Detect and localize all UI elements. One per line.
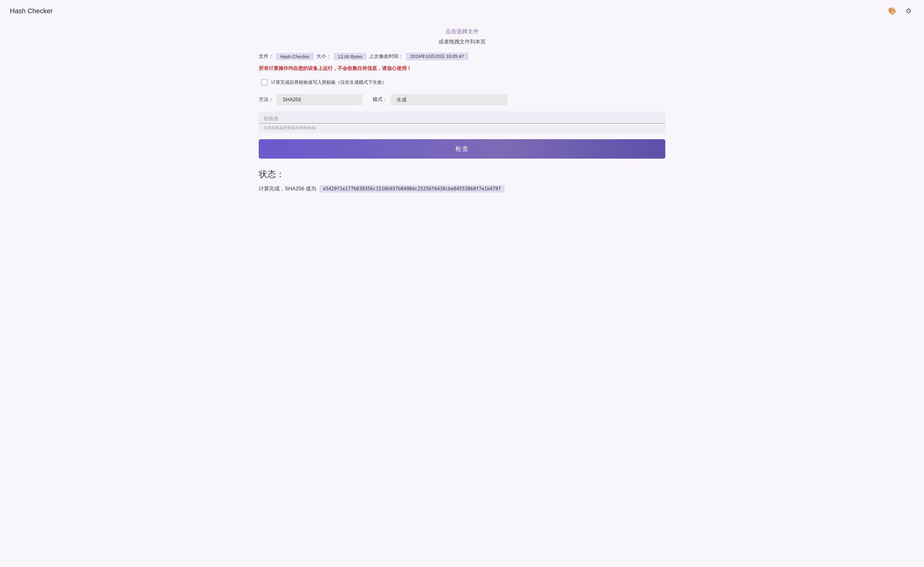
method-mode-row: 方法： MD5 SHA1 SHA256 SHA512 模式： 生成 校验 (259, 94, 665, 105)
file-name-tag: Hash Checker (276, 53, 314, 60)
hash-result-value: e5429f1e177b039356c1510b937b8498dc25256f… (320, 185, 505, 192)
hash-input[interactable] (264, 116, 660, 122)
status-title: 状态： (259, 168, 665, 180)
drag-hint: 或者拖拽文件到本页 (259, 38, 665, 45)
app-title: Hash Checker (10, 7, 52, 15)
file-label: 文件： (259, 53, 273, 60)
mode-select[interactable]: 生成 校验 (390, 94, 508, 105)
method-label: 方法： (259, 96, 273, 103)
status-text: 计算完成，SHA256 值为 e5429f1e177b039356c1510b9… (259, 185, 665, 192)
clipboard-checkbox-row: 计算完成后将校验值写入剪贴板（仅在生成模式下生效） (261, 79, 665, 85)
check-button[interactable]: 检查 (259, 139, 665, 159)
settings-icon: ⚙ (906, 7, 912, 15)
mode-label: 模式： (373, 96, 387, 103)
size-value-tag: 12.00 Bytes (334, 53, 366, 60)
file-info-row: 文件： Hash Checker 大小： 12.00 Bytes 上次修改时间：… (259, 52, 665, 60)
hash-input-area (259, 111, 665, 124)
method-select[interactable]: MD5 SHA1 SHA256 SHA512 (277, 94, 363, 105)
security-notice: 所有计算操作均在您的设备上运行，不会收集任何信息，请放心使用！ (259, 65, 665, 72)
settings-button[interactable]: ⚙ (903, 6, 914, 16)
status-section: 状态： 计算完成，SHA256 值为 e5429f1e177b039356c15… (259, 168, 665, 192)
title-bar: Hash Checker 🎨 ⚙ (0, 0, 924, 20)
mode-field-group: 模式： 生成 校验 (373, 94, 508, 105)
clipboard-checkbox[interactable] (261, 79, 267, 85)
clipboard-checkbox-label: 计算完成后将校验值写入剪贴板（仅在生成模式下生效） (271, 80, 387, 85)
size-label: 大小： (316, 53, 331, 60)
modified-value-tag: 2024年10月20日 16:05:47 (406, 52, 468, 60)
title-bar-actions: 🎨 ⚙ (886, 6, 914, 16)
palette-button[interactable]: 🎨 (886, 6, 897, 16)
modified-label: 上次修改时间： (369, 53, 404, 60)
main-content: 点击选择文件 或者拖拽文件到本页 文件： Hash Checker 大小： 12… (246, 20, 678, 204)
hash-hint: 在此处粘贴您获取到的校验值 (259, 125, 665, 133)
status-description: 计算完成，SHA256 值为 (259, 186, 316, 192)
palette-icon: 🎨 (888, 7, 896, 15)
method-field-group: 方法： MD5 SHA1 SHA256 SHA512 (259, 94, 363, 105)
file-select-link[interactable]: 点击选择文件 (259, 28, 665, 35)
